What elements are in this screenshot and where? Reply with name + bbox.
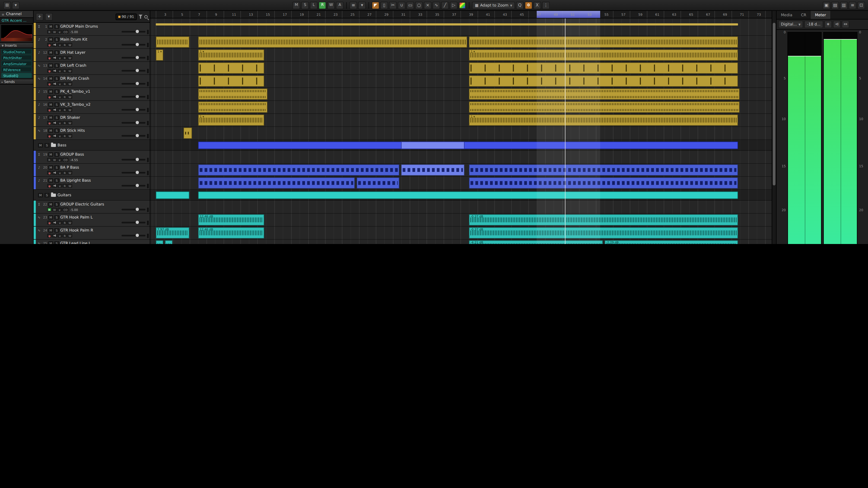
clip[interactable]: [198, 101, 268, 113]
ruler[interactable]: 3579111315171921232527293133353739414345…: [150, 11, 772, 19]
clip[interactable]: [401, 141, 465, 149]
track-write-button[interactable]: W: [68, 171, 72, 174]
track-write-button[interactable]: W: [68, 121, 72, 125]
clip[interactable]: -0.37 dB: [469, 214, 738, 226]
clip[interactable]: [156, 191, 190, 199]
clips-area[interactable]: 1 ▾1 ▾1 ▾1 ▾1 ▾12.46 dB-0.37 dB7.97 dB12…: [150, 19, 772, 244]
track-edit-button[interactable]: e: [58, 171, 62, 174]
erase-tool[interactable]: ▭: [406, 1, 414, 9]
zoom-tool[interactable]: ○: [415, 1, 423, 9]
clip[interactable]: -2.29 dB: [604, 240, 738, 244]
track-write-button[interactable]: W: [68, 69, 72, 73]
track-read-button[interactable]: R: [63, 184, 67, 188]
search-icon[interactable]: [144, 15, 148, 18]
track-monitor-button[interactable]: [52, 234, 57, 237]
draw-tool[interactable]: ╱: [441, 1, 449, 9]
track-row[interactable]: ∿18MSDR Stick Hits●eRW: [34, 127, 150, 140]
clip[interactable]: 1 ▾: [469, 115, 738, 126]
track-volume-slider[interactable]: [122, 172, 146, 173]
track-solo-button[interactable]: S: [44, 143, 50, 147]
track-edit-button[interactable]: e: [58, 158, 62, 162]
clip[interactable]: [469, 177, 738, 189]
track-mute-button[interactable]: M: [48, 63, 53, 67]
setup-window-icon[interactable]: ⊡: [858, 1, 865, 9]
clip[interactable]: [184, 127, 192, 139]
track-write-button[interactable]: W: [68, 82, 72, 86]
track-edit-button[interactable]: e: [58, 30, 62, 34]
clip[interactable]: [165, 240, 173, 244]
track-edit-button[interactable]: e: [58, 95, 62, 99]
track-solo-button[interactable]: S: [54, 50, 59, 55]
track-write-button[interactable]: W: [68, 43, 72, 46]
snap-toggle-icon[interactable]: ✲: [525, 1, 532, 9]
track-mute-button[interactable]: M: [48, 24, 53, 29]
track-mute-button[interactable]: M: [48, 178, 53, 183]
track-row[interactable]: ∿13MSDR Left Crash●eRW: [34, 62, 150, 75]
tab-media[interactable]: Media: [777, 11, 797, 19]
slider-knob[interactable]: [135, 108, 138, 111]
track-edit-button[interactable]: e: [58, 234, 62, 237]
meter-settings-icon[interactable]: ∗: [824, 21, 832, 28]
slider-knob[interactable]: [135, 171, 138, 174]
track-mute-button[interactable]: M: [48, 115, 53, 120]
track-mute-button[interactable]: M: [38, 143, 43, 147]
track-routing-button[interactable]: CO: [62, 208, 69, 212]
track-edit-button[interactable]: e: [58, 43, 62, 46]
track-record-button[interactable]: ●: [47, 69, 52, 73]
track-mute-button[interactable]: M: [48, 165, 53, 169]
track-mute-button[interactable]: M: [48, 241, 53, 244]
toolbar-menu-icon[interactable]: ⋮: [542, 1, 550, 9]
track-volume-slider[interactable]: [122, 83, 146, 85]
clip[interactable]: [156, 23, 738, 26]
track-volume-slider[interactable]: [122, 57, 146, 59]
track-read-button[interactable]: R: [63, 82, 67, 86]
slider-knob[interactable]: [135, 221, 138, 224]
track-monitor-button[interactable]: [52, 108, 57, 112]
clip[interactable]: [401, 164, 465, 176]
track-write-button[interactable]: W: [68, 184, 72, 188]
track-edit-button[interactable]: e: [58, 56, 62, 60]
track-mute-button[interactable]: M: [48, 228, 53, 232]
window-layout-lower-icon[interactable]: ▤: [831, 1, 839, 9]
crossfade-button[interactable]: X: [533, 1, 541, 9]
track-visibility-dropdown-icon[interactable]: ▾: [45, 13, 53, 20]
track-row[interactable]: ♪12MSDR Hat Layer●eRW: [34, 49, 150, 62]
track-read-button[interactable]: R: [63, 121, 67, 125]
filter-icon[interactable]: [138, 14, 143, 19]
track-read-button[interactable]: R: [63, 134, 67, 138]
track-write-button[interactable]: W: [68, 56, 72, 60]
toolbar-a-button[interactable]: A: [336, 1, 343, 9]
track-solo-button[interactable]: S: [54, 178, 59, 183]
clip[interactable]: [198, 88, 268, 100]
track-monitor-button[interactable]: [52, 43, 57, 46]
track-read-button[interactable]: R: [63, 221, 67, 225]
clip[interactable]: 1 ▾: [198, 50, 264, 61]
workspace-menu-icon[interactable]: ≡: [849, 1, 856, 9]
track-mute-button[interactable]: M: [48, 50, 53, 55]
slider-knob[interactable]: [135, 95, 138, 98]
track-monitor-button[interactable]: [52, 134, 57, 138]
track-solo-button[interactable]: S: [54, 241, 59, 244]
clip[interactable]: -0.37 dB: [469, 227, 738, 238]
track-mute-button[interactable]: M: [48, 128, 53, 133]
track-solo-button[interactable]: S: [54, 102, 59, 106]
track-record-button[interactable]: ●: [47, 95, 52, 99]
track-solo-button[interactable]: S: [54, 89, 59, 94]
automation-panel-icon[interactable]: ≡: [349, 1, 357, 9]
track-solo-button[interactable]: S: [54, 37, 59, 41]
range-selection-tool[interactable]: ▯: [380, 1, 388, 9]
track-write-button[interactable]: W: [68, 234, 72, 237]
clip[interactable]: [469, 62, 738, 74]
clip[interactable]: [469, 164, 738, 176]
track-row[interactable]: Σ22MSGROUP Electric GuitarsRWeCO-5.00: [34, 201, 150, 214]
track-read-button[interactable]: R: [63, 56, 67, 60]
track-edit-button[interactable]: e: [58, 69, 62, 73]
track-solo-button[interactable]: S: [54, 76, 59, 80]
clip[interactable]: 1 ▾: [198, 115, 264, 126]
track-read-button[interactable]: R: [63, 108, 67, 112]
track-volume-slider[interactable]: [122, 222, 146, 223]
track-monitor-button[interactable]: [52, 221, 57, 225]
clip[interactable]: -4.21 dB: [469, 240, 602, 244]
meter-scale-dropdown[interactable]: Digital... ▼: [778, 21, 803, 28]
clip[interactable]: [469, 88, 740, 100]
